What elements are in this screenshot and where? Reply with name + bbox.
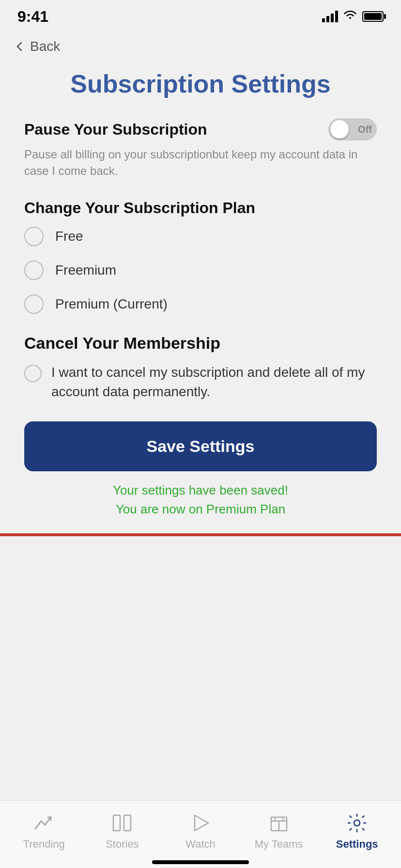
stories-icon [109,812,135,834]
bottom-nav: Trending Stories Watch [0,800,401,868]
pause-description: Pause all billing on your subscriptionbu… [24,146,377,179]
pause-header: Pause Your Subscription Off [24,118,377,140]
toggle-knob [330,120,349,139]
plan-option-premium[interactable]: Premium (Current) [24,294,377,314]
nav-label-stories: Stories [106,838,139,851]
nav-label-watch: Watch [185,838,216,851]
status-bar: 9:41 [0,0,401,29]
pause-toggle[interactable]: Off [328,118,377,140]
status-icons [322,9,384,24]
pause-title: Pause Your Subscription [24,120,207,139]
back-label: Back [30,39,60,54]
change-plan-title: Change Your Subscription Plan [24,199,377,217]
nav-item-stories[interactable]: Stories [83,812,162,851]
plan-label-freemium: Freemium [55,263,116,278]
watch-icon [188,812,213,834]
home-indicator [152,860,249,864]
status-time: 9:41 [17,8,48,26]
settings-icon [344,812,370,834]
main-content: Subscription Settings Pause Your Subscri… [0,64,401,528]
nav-label-trending: Trending [23,838,65,851]
radio-circle-free [24,227,44,246]
svg-rect-1 [124,815,131,831]
change-plan-section: Change Your Subscription Plan Free Freem… [24,199,377,314]
back-button[interactable]: Back [0,29,401,64]
toggle-label: Off [358,124,372,135]
cancel-radio-circle [24,365,42,382]
svg-marker-2 [195,815,208,831]
cancel-option[interactable]: I want to cancel my subscription and del… [24,363,377,402]
svg-rect-0 [113,815,120,831]
battery-icon [362,11,384,22]
cancel-title: Cancel Your Membership [24,333,377,353]
red-divider [0,533,401,536]
plan-label-premium: Premium (Current) [55,296,168,312]
wifi-icon [343,9,357,24]
my-teams-icon [266,812,292,834]
svg-point-8 [354,820,360,826]
trending-icon [31,812,57,834]
radio-circle-freemium [24,261,44,280]
success-line1: Your settings have been saved! [24,481,377,500]
plan-option-free[interactable]: Free [24,227,377,246]
cancel-option-text: I want to cancel my subscription and del… [51,363,377,402]
plan-radio-group: Free Freemium Premium (Current) [24,227,377,314]
signal-icon [322,11,338,22]
success-messages: Your settings have been saved! You are n… [24,481,377,519]
nav-label-settings: Settings [336,838,378,851]
nav-item-my-teams[interactable]: My Teams [240,812,318,851]
save-settings-button[interactable]: Save Settings [24,421,377,471]
cancel-section: Cancel Your Membership I want to cancel … [24,333,377,402]
pause-section: Pause Your Subscription Off Pause all bi… [24,118,377,179]
nav-label-my-teams: My Teams [255,838,303,851]
back-arrow-icon [15,41,25,52]
nav-item-watch[interactable]: Watch [161,812,240,851]
radio-circle-premium [24,294,44,314]
nav-item-trending[interactable]: Trending [5,812,83,851]
page-title: Subscription Settings [24,69,377,99]
nav-item-settings[interactable]: Settings [318,812,396,851]
success-line2: You are now on Premium Plan [24,500,377,519]
plan-label-free: Free [55,229,83,244]
plan-option-freemium[interactable]: Freemium [24,261,377,280]
